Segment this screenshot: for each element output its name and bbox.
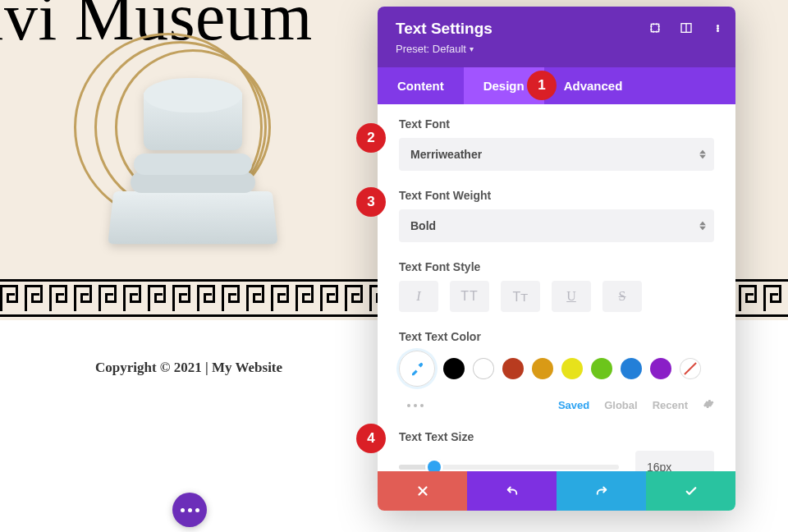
redo-button[interactable]: [557, 471, 646, 511]
tab-content[interactable]: Content: [378, 67, 464, 104]
text-size-input[interactable]: 16px: [635, 451, 714, 471]
color-swatch[interactable]: [591, 358, 612, 379]
caret-down-icon: ▾: [470, 44, 474, 53]
field-font-weight: Text Font Weight Bold: [399, 189, 714, 242]
preset-label: Preset: Default: [396, 43, 466, 55]
style-strike-button[interactable]: S: [602, 281, 642, 312]
color-swatch[interactable]: [650, 358, 671, 379]
gear-icon[interactable]: [703, 398, 714, 412]
pedestal-illustration: [62, 33, 308, 255]
style-underline-button[interactable]: U: [552, 281, 591, 312]
columns-icon[interactable]: [680, 21, 693, 34]
page-settings-fab[interactable]: [172, 493, 207, 527]
slider-thumb[interactable]: [428, 461, 441, 471]
label-text-font: Text Font: [399, 117, 714, 131]
panel-header[interactable]: Text Settings Preset: Default ▾: [378, 7, 735, 67]
select-font-weight-value: Bold: [410, 219, 436, 232]
callout-3: 3: [358, 189, 384, 215]
callout-1: 1: [529, 72, 555, 99]
more-icon[interactable]: [711, 21, 724, 34]
color-tab-saved[interactable]: Saved: [558, 399, 589, 411]
callout-4: 4: [358, 425, 384, 452]
undo-button[interactable]: [467, 471, 557, 511]
color-swatch[interactable]: [621, 358, 642, 379]
field-text-size: Text Text Size 16px: [399, 430, 714, 471]
panel-footer: [378, 471, 735, 511]
color-swatch[interactable]: [443, 358, 465, 379]
color-swatch[interactable]: [473, 358, 494, 379]
select-font-weight[interactable]: Bold: [399, 209, 714, 242]
copyright-text: Copyright © 2021 | My Website: [0, 360, 378, 376]
select-arrows-icon: [699, 150, 706, 159]
save-button[interactable]: [646, 471, 735, 511]
svg-rect-0: [651, 24, 658, 31]
label-font-style: Text Font Style: [399, 260, 714, 273]
field-text-font: Text Font Merriweather: [399, 117, 714, 171]
eyedropper-button[interactable]: [399, 351, 435, 387]
color-tab-global[interactable]: Global: [604, 399, 637, 411]
color-swatch[interactable]: [502, 358, 524, 379]
label-font-weight: Text Font Weight: [399, 189, 714, 202]
cancel-button[interactable]: [378, 471, 467, 511]
preset-dropdown[interactable]: Preset: Default ▾: [396, 43, 474, 55]
expand-icon[interactable]: [648, 21, 662, 34]
color-tab-recent[interactable]: Recent: [653, 399, 688, 411]
select-text-font-value: Merriweather: [410, 148, 482, 161]
panel-body: Text Font Merriweather Text Font Weight …: [378, 104, 735, 471]
color-swatch-none[interactable]: [680, 358, 701, 379]
text-settings-panel: Text Settings Preset: Default ▾ Content …: [378, 7, 735, 511]
color-swatch[interactable]: [561, 358, 583, 379]
field-font-style: Text Font Style I TT Tᴛ U S: [399, 260, 714, 312]
select-text-font[interactable]: Merriweather: [399, 138, 714, 171]
style-italic-button[interactable]: I: [399, 281, 438, 312]
text-size-slider[interactable]: [399, 465, 619, 470]
tab-advanced[interactable]: Advanced: [544, 67, 643, 104]
style-uppercase-button[interactable]: TT: [450, 281, 489, 312]
label-text-size: Text Text Size: [399, 430, 714, 443]
callout-2: 2: [358, 125, 384, 151]
panel-tabs: Content Design Advanced: [378, 67, 735, 104]
style-smallcaps-button[interactable]: Tᴛ: [501, 281, 540, 312]
field-text-color: Text Text Color Saved Global: [399, 330, 714, 412]
label-text-color: Text Text Color: [399, 330, 714, 343]
color-swatch[interactable]: [532, 358, 553, 379]
select-arrows-icon: [699, 222, 706, 231]
more-colors-icon[interactable]: [407, 404, 424, 407]
